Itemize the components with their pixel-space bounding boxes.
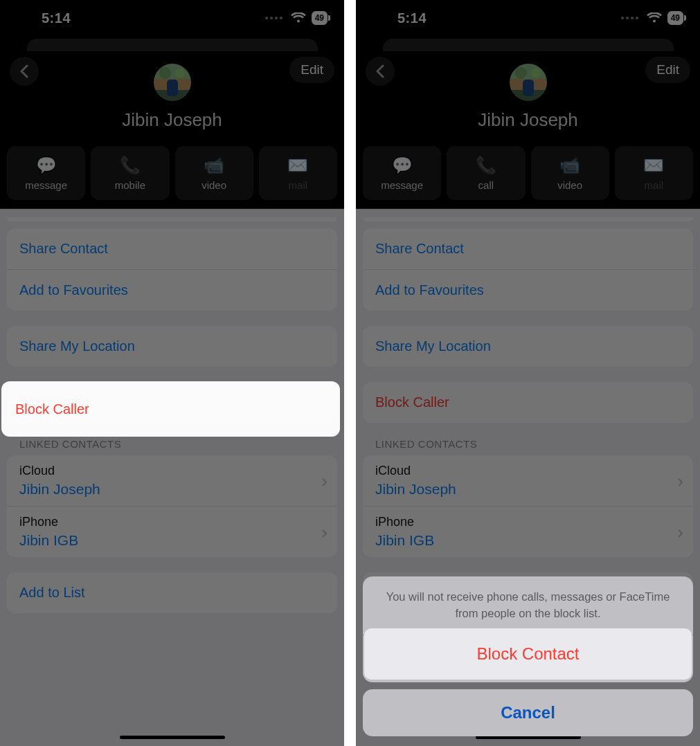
status-right-cluster: 49	[265, 11, 327, 25]
back-button[interactable]	[10, 57, 39, 86]
share-contact-row[interactable]: Share Contact	[363, 228, 693, 269]
action-label: mobile	[115, 179, 145, 191]
linked-name: Jibin IGB	[375, 532, 681, 549]
mail-icon: ✉️	[643, 156, 664, 175]
wifi-icon	[291, 12, 306, 24]
contact-avatar[interactable]	[154, 64, 191, 101]
action-mail-button: ✉️mail	[615, 146, 693, 200]
action-label: video	[557, 179, 582, 191]
action-video-button[interactable]: 📹video	[175, 146, 253, 200]
action-label: video	[201, 179, 226, 191]
quick-actions-row: 💬message📞mobile📹video✉️mail	[0, 138, 344, 208]
block-card: Block Caller	[363, 382, 693, 423]
add-to-list-row[interactable]: Add to List	[7, 572, 337, 613]
linked-contact-row[interactable]: iPhoneJibin IGB›	[7, 506, 337, 557]
wifi-icon	[647, 12, 662, 24]
video-icon: 📹	[204, 156, 224, 175]
cellular-dots-icon	[621, 17, 638, 19]
mail-icon: ✉️	[287, 156, 308, 175]
share-contact-row[interactable]: Share Contact	[7, 228, 337, 269]
action-mail-button: ✉️mail	[259, 146, 337, 200]
chevron-right-icon: ›	[677, 470, 683, 491]
cancel-button[interactable]: Cancel	[363, 689, 693, 736]
status-bar: 5:14 49	[356, 0, 700, 36]
status-bar: 5:14 49	[0, 0, 344, 36]
video-icon: 📹	[559, 156, 580, 175]
linked-contact-row[interactable]: iCloudJibin Joseph›	[7, 455, 337, 506]
action-call-button[interactable]: 📞call	[447, 146, 525, 200]
contact-header: Edit Jibin Joseph	[0, 36, 344, 138]
linked-contact-row[interactable]: iCloudJibin Joseph›	[363, 455, 693, 506]
block-contact-highlight[interactable]: Block Contact	[364, 628, 692, 680]
share-card: Share Contact Add to Favourites	[363, 228, 693, 311]
contact-body: Share Contact Add to Favourites Share My…	[0, 208, 344, 746]
linked-contacts-header: LINKED CONTACTS	[0, 438, 344, 455]
contact-header: Edit Jibin Joseph	[356, 36, 700, 138]
message-icon: 💬	[392, 156, 413, 175]
left-screenshot: 5:14 49 Edit Jibin Joseph 💬message📞mobil…	[0, 0, 344, 746]
linked-contact-row[interactable]: iPhoneJibin IGB›	[363, 506, 693, 557]
call-icon: 📞	[476, 156, 496, 175]
action-label: message	[381, 179, 423, 191]
battery-level: 49	[671, 13, 680, 23]
home-indicator[interactable]	[120, 736, 225, 739]
message-icon: 💬	[36, 156, 57, 175]
action-message-button[interactable]: 💬message	[363, 146, 441, 200]
linked-name: Jibin Joseph	[375, 481, 681, 498]
sheet-message: You will not receive phone calls, messag…	[363, 576, 693, 635]
linked-contacts-card: iCloudJibin Joseph›iPhoneJibin IGB›	[363, 455, 693, 557]
linked-contacts-header: LINKED CONTACTS	[356, 438, 700, 455]
linked-contacts-card: iCloudJibin Joseph›iPhoneJibin IGB›	[7, 455, 337, 557]
block-caller-highlight[interactable]: Block Caller	[1, 381, 340, 437]
action-message-button[interactable]: 💬message	[7, 146, 85, 200]
status-time: 5:14	[373, 10, 427, 26]
back-button[interactable]	[366, 57, 395, 86]
cellular-dots-icon	[265, 17, 282, 19]
quick-actions-row: 💬message📞call📹video✉️mail	[356, 138, 700, 208]
chevron-right-icon: ›	[321, 521, 327, 543]
add-favourites-row[interactable]: Add to Favourites	[7, 269, 337, 311]
mobile-icon: 📞	[120, 156, 141, 175]
share-location-row[interactable]: Share My Location	[7, 326, 337, 367]
right-screenshot: 5:14 49 Edit Jibin Joseph 💬message📞call📹…	[356, 0, 700, 746]
linked-source: iPhone	[375, 515, 681, 529]
linked-source: iCloud	[19, 464, 325, 478]
linked-source: iPhone	[19, 515, 325, 529]
location-card: Share My Location	[363, 326, 693, 367]
battery-level: 49	[315, 13, 324, 23]
edit-button[interactable]: Edit	[645, 57, 690, 83]
list-card: Add to List	[7, 572, 337, 613]
contact-name: Jibin Joseph	[364, 109, 692, 131]
linked-source: iCloud	[375, 464, 681, 478]
battery-indicator: 49	[312, 11, 327, 25]
action-video-button[interactable]: 📹video	[531, 146, 609, 200]
action-label: mail	[645, 179, 664, 191]
contact-avatar[interactable]	[510, 64, 547, 101]
chevron-right-icon: ›	[321, 470, 327, 491]
edit-button[interactable]: Edit	[289, 57, 334, 83]
linked-name: Jibin Joseph	[19, 481, 325, 498]
status-time: 5:14	[17, 10, 71, 26]
location-card: Share My Location	[7, 326, 337, 367]
block-caller-row[interactable]: Block Caller	[363, 382, 693, 423]
action-label: mail	[289, 179, 308, 191]
chevron-right-icon: ›	[677, 521, 683, 543]
battery-indicator: 49	[667, 11, 683, 25]
action-mobile-button[interactable]: 📞mobile	[91, 146, 169, 200]
add-favourites-row[interactable]: Add to Favourites	[363, 269, 693, 311]
contact-name: Jibin Joseph	[8, 109, 336, 131]
action-label: message	[25, 179, 67, 191]
share-card: Share Contact Add to Favourites	[7, 228, 337, 311]
action-label: call	[478, 179, 494, 191]
linked-name: Jibin IGB	[19, 532, 325, 549]
status-right-cluster: 49	[621, 11, 683, 25]
share-location-row[interactable]: Share My Location	[363, 326, 693, 367]
